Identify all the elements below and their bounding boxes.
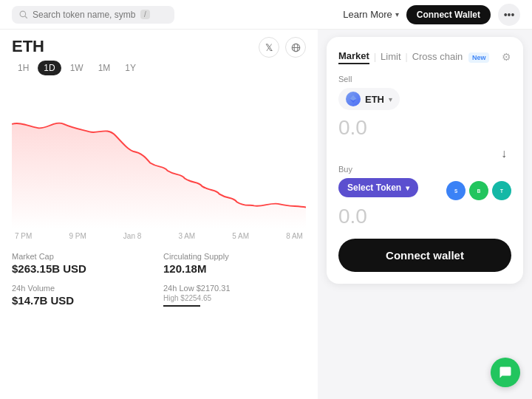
main-content: ETH 𝕏 1H 1D 1W 1M 1Y — [0, 30, 532, 399]
buy-amount[interactable]: 0.0 — [338, 203, 511, 236]
svg-text:T: T — [500, 188, 503, 194]
x-label-3: 3 AM — [178, 232, 195, 240]
time-btn-1h[interactable]: 1H — [12, 61, 35, 75]
market-cap-label: Market Cap — [12, 252, 154, 261]
quick-token-usdt[interactable]: T — [492, 181, 511, 200]
sell-token-selector[interactable]: ETH ▾ — [338, 88, 400, 110]
swap-arrow-icon[interactable]: ↓ — [501, 147, 507, 160]
top-nav: / Learn More ▾ Connect Wallet ••• — [0, 0, 532, 30]
market-cap-value: $263.15B USD — [12, 262, 154, 275]
connect-wallet-button[interactable]: Connect Wallet — [406, 5, 491, 24]
chat-button[interactable] — [491, 358, 520, 387]
price-range-stat: 24h Low $2170.31 High $2254.65 — [163, 284, 306, 307]
supply-stat: Circulating Supply 120.18M — [163, 252, 306, 275]
tab-market[interactable]: Market — [338, 49, 369, 64]
volume-label: 24h Volume — [12, 284, 154, 293]
x-axis-labels: 7 PM 9 PM Jan 8 3 AM 5 AM 8 AM — [12, 229, 306, 240]
swap-direction-row: ↓ — [338, 147, 511, 160]
sol-icon: S — [451, 185, 461, 196]
twitter-icon[interactable]: 𝕏 — [259, 37, 279, 58]
svg-line-1 — [25, 16, 27, 18]
svg-text:S: S — [454, 188, 457, 194]
buy-section: Buy Select Token ▾ S — [338, 165, 511, 236]
swap-tabs: Market | Limit | Cross chain New ⚙ — [338, 49, 511, 64]
select-token-chevron: ▾ — [406, 184, 409, 192]
learn-more-link[interactable]: Learn More ▾ — [343, 9, 398, 20]
stats-grid: Market Cap $263.15B USD Circulating Supp… — [12, 252, 306, 307]
search-input[interactable] — [33, 10, 136, 20]
settings-icon[interactable]: ⚙ — [502, 51, 511, 63]
slash-badge: / — [140, 10, 150, 19]
select-token-button[interactable]: Select Token ▾ — [338, 178, 418, 197]
volume-value: $14.7B USD — [12, 294, 154, 307]
chevron-down-icon: ▾ — [395, 10, 399, 18]
eth-logo — [349, 95, 358, 103]
volume-stat: 24h Volume $14.7B USD — [12, 284, 154, 307]
social-icons: 𝕏 — [259, 37, 306, 58]
x-label-5: 8 AM — [286, 232, 303, 240]
usdt-icon: T — [497, 185, 507, 196]
price-high: High $2254.65 — [163, 294, 306, 302]
supply-label: Circulating Supply — [163, 252, 306, 261]
new-badge: New — [468, 52, 490, 63]
chat-icon — [499, 366, 512, 379]
price-chart — [12, 81, 306, 229]
time-btn-1m[interactable]: 1M — [92, 61, 117, 75]
time-btn-1y[interactable]: 1Y — [119, 61, 142, 75]
right-panel: Market | Limit | Cross chain New ⚙ Sell — [318, 30, 532, 399]
time-btn-1w[interactable]: 1W — [64, 61, 89, 75]
sell-amount[interactable]: 0.0 — [338, 115, 511, 146]
buy-label: Buy — [338, 165, 511, 174]
time-selector: 1H 1D 1W 1M 1Y — [12, 61, 306, 75]
eth-icon — [346, 92, 361, 106]
sell-token-chevron: ▾ — [389, 95, 392, 103]
connect-wallet-main-button[interactable]: Connect wallet — [338, 239, 511, 272]
search-bar[interactable]: / — [12, 6, 174, 24]
more-options-button[interactable]: ••• — [498, 4, 520, 26]
search-icon — [19, 10, 28, 19]
time-btn-1d[interactable]: 1D — [38, 61, 61, 75]
price-range-bar — [163, 305, 200, 307]
chart-area: ETH 𝕏 1H 1D 1W 1M 1Y — [0, 30, 318, 399]
x-label-0: 7 PM — [15, 232, 32, 240]
market-cap-stat: Market Cap $263.15B USD — [12, 252, 154, 275]
globe-svg — [291, 43, 301, 52]
price-low: 24h Low $2170.31 — [163, 284, 306, 293]
x-label-1: 9 PM — [69, 232, 86, 240]
swap-card: Market | Limit | Cross chain New ⚙ Sell — [327, 37, 523, 284]
nav-right: Learn More ▾ Connect Wallet ••• — [343, 4, 520, 26]
tab-cross-chain[interactable]: Cross chain New — [412, 50, 490, 64]
chart-svg — [12, 81, 306, 229]
globe-icon[interactable] — [285, 37, 306, 58]
quick-token-bnb[interactable]: B — [469, 181, 488, 200]
bnb-icon: B — [474, 185, 484, 196]
quick-token-sol[interactable]: S — [446, 181, 466, 200]
sell-label: Sell — [338, 75, 511, 83]
svg-text:B: B — [477, 188, 481, 194]
supply-value: 120.18M — [163, 262, 306, 275]
x-label-2: Jan 8 — [123, 232, 141, 240]
tab-limit[interactable]: Limit — [381, 50, 400, 64]
quick-tokens: S B T — [446, 181, 511, 200]
sell-token-symbol: ETH — [365, 94, 384, 105]
x-label-4: 5 AM — [232, 232, 249, 240]
